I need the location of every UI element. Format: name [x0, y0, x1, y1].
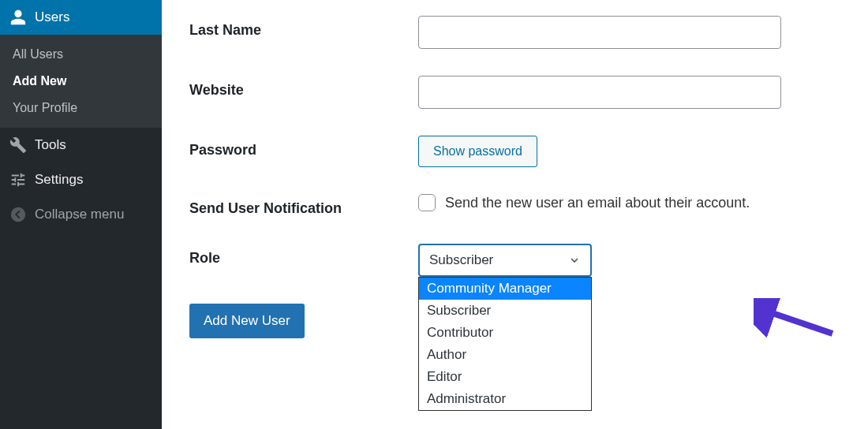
role-option-author[interactable]: Author [419, 344, 591, 366]
label-password: Password [189, 136, 418, 159]
notification-checkbox-label: Send the new user an email about their a… [445, 195, 750, 211]
row-last-name: Last Name [189, 16, 868, 49]
collapse-icon [9, 206, 27, 223]
row-password: Password Show password [189, 136, 868, 167]
role-option-community-manager[interactable]: Community Manager [419, 278, 591, 300]
row-role: Role Subscriber Community Manager Subscr… [189, 244, 868, 277]
role-option-contributor[interactable]: Contributor [419, 322, 591, 344]
label-role: Role [189, 244, 418, 267]
wrench-icon [9, 136, 27, 154]
svg-point-0 [11, 207, 25, 222]
sidebar-section-users[interactable]: Users [0, 0, 162, 35]
role-selected-value: Subscriber [429, 252, 493, 268]
role-select-wrap: Subscriber Community Manager Subscriber … [418, 244, 592, 277]
chevron-down-icon [568, 254, 581, 267]
collapse-label: Collapse menu [35, 207, 124, 222]
submenu-your-profile[interactable]: Your Profile [0, 95, 162, 121]
sidebar-item-label: Settings [35, 172, 83, 188]
sidebar-collapse[interactable]: Collapse menu [0, 197, 162, 232]
show-password-button[interactable]: Show password [418, 136, 537, 167]
users-icon [9, 9, 27, 26]
submenu-add-new[interactable]: Add New [0, 68, 162, 95]
last-name-input[interactable] [418, 16, 781, 49]
sliders-icon [9, 171, 27, 188]
role-option-subscriber[interactable]: Subscriber [419, 300, 591, 322]
add-new-user-button[interactable]: Add New User [189, 304, 305, 338]
role-dropdown: Community Manager Subscriber Contributor… [418, 277, 592, 411]
label-website: Website [189, 76, 418, 99]
sidebar-item-settings[interactable]: Settings [0, 162, 162, 197]
admin-sidebar: Users All Users Add New Your Profile Too… [0, 0, 162, 429]
website-input[interactable] [418, 76, 781, 109]
row-website: Website [189, 76, 868, 109]
row-notification: Send User Notification Send the new user… [189, 194, 868, 217]
sidebar-section-label: Users [35, 9, 69, 25]
submenu-all-users[interactable]: All Users [0, 41, 162, 68]
role-option-editor[interactable]: Editor [419, 366, 591, 388]
label-notification: Send User Notification [189, 194, 418, 217]
sidebar-submenu: All Users Add New Your Profile [0, 35, 162, 128]
main-content: Last Name Website Password Show password… [162, 0, 868, 429]
notification-checkbox-group: Send the new user an email about their a… [418, 194, 750, 211]
sidebar-item-tools[interactable]: Tools [0, 128, 162, 162]
role-select[interactable]: Subscriber [418, 244, 592, 277]
role-option-administrator[interactable]: Administrator [419, 388, 591, 410]
notification-checkbox[interactable] [418, 194, 436, 211]
label-last-name: Last Name [189, 16, 418, 39]
sidebar-item-label: Tools [35, 137, 66, 153]
